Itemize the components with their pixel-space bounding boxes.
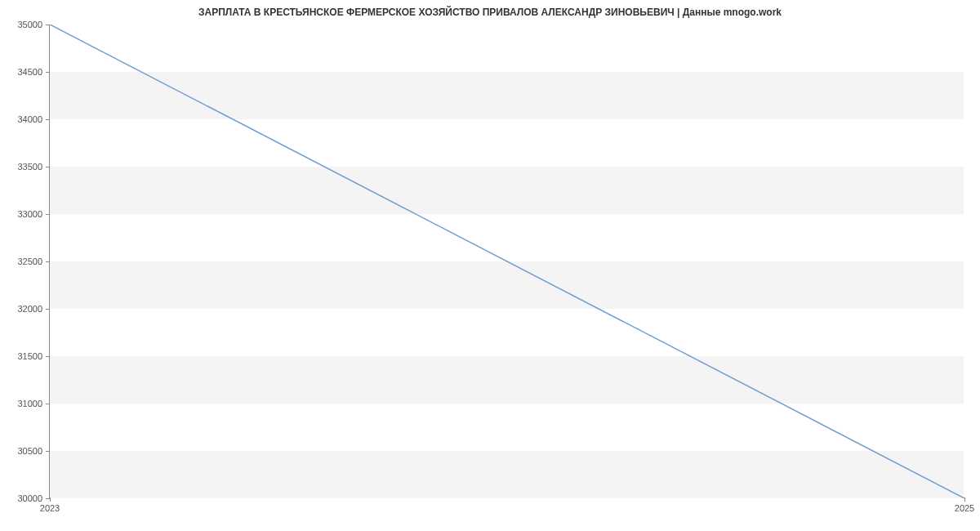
y-tick-mark [46,356,50,357]
y-tick-mark [46,451,50,452]
y-tick-label: 34000 [2,114,42,124]
x-tick-label: 2025 [955,503,974,513]
grid-band [50,167,964,214]
y-tick-label: 32000 [2,304,42,314]
y-tick-mark [46,167,50,167]
grid-band [50,356,964,404]
y-tick-mark [46,309,50,310]
y-tick-mark [46,261,50,262]
grid-band [50,261,964,309]
y-tick-mark [46,119,50,120]
y-tick-label: 33000 [2,209,42,219]
y-tick-label: 30000 [2,493,42,503]
plot-area: 20232025 [49,25,964,498]
x-tick-label: 2023 [40,503,60,513]
y-tick-mark [46,25,50,25]
y-tick-label: 30500 [2,446,42,456]
y-tick-label: 34500 [2,67,42,77]
grid-band [50,451,964,498]
y-tick-label: 32500 [2,257,42,266]
y-tick-label: 35000 [2,20,42,29]
y-tick-label: 31500 [2,351,42,361]
y-tick-mark [46,404,50,404]
grid-band [50,72,964,119]
x-tick-mark [50,498,51,502]
x-tick-mark [964,498,965,502]
y-tick-mark [46,214,50,215]
y-tick-label: 33500 [2,162,42,172]
y-tick-mark [46,72,50,73]
chart-title: ЗАРПЛАТА В КРЕСТЬЯНСКОЕ ФЕРМЕРСКОЕ ХОЗЯЙ… [0,0,980,25]
y-tick-label: 31000 [2,399,42,408]
chart-container: 20232025 3000030500310003150032000325003… [49,25,964,498]
